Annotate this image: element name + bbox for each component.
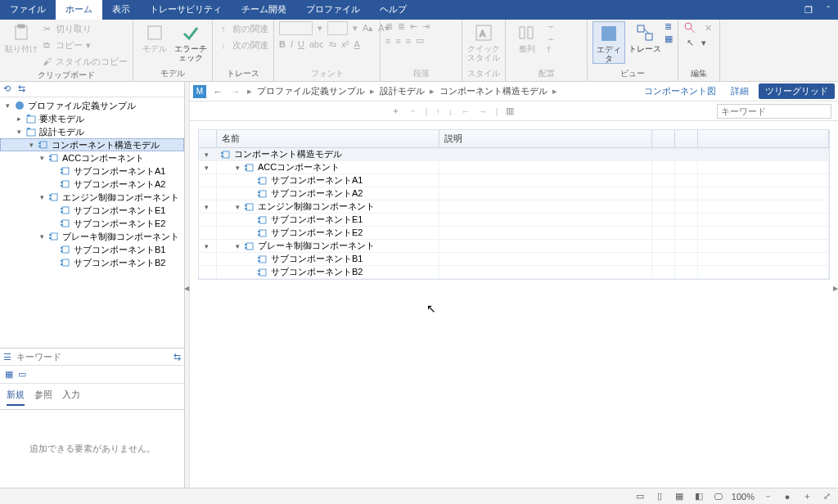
zoom-reset-icon[interactable]: ● — [781, 490, 794, 503]
menu-tab-team[interactable]: チーム開発 — [232, 0, 296, 20]
bold-icon[interactable]: B — [279, 39, 286, 49]
menu-tab-home[interactable]: ホーム — [56, 0, 102, 20]
align-bottom-icon[interactable]: ⫯ — [547, 44, 556, 54]
crumb-0[interactable]: プロファイル定義サンプル — [257, 85, 365, 97]
toggle-icon[interactable]: ▾ — [202, 150, 211, 159]
toggle-icon[interactable] — [246, 189, 255, 198]
toggle-icon[interactable]: ▾ — [27, 141, 36, 150]
toggle-icon[interactable] — [246, 228, 255, 237]
align-left-icon[interactable]: ≡ — [385, 36, 390, 46]
trace-view-button[interactable]: トレース — [628, 21, 661, 53]
toggle-icon[interactable]: ▾ — [38, 232, 47, 241]
toggle-icon[interactable] — [49, 206, 58, 215]
tree-node[interactable]: サブコンポーネントA1 — [0, 164, 184, 178]
menu-tab-profile[interactable]: プロファイル — [296, 0, 370, 20]
toggle-icon[interactable]: ▾ — [202, 202, 211, 211]
toggle-icon[interactable] — [246, 215, 255, 224]
toggle-icon[interactable]: ▾ — [38, 154, 47, 163]
tree-node[interactable]: サブコンポーネントB1 — [0, 243, 184, 256]
underline-icon[interactable]: U — [298, 39, 304, 49]
right-collapse-handle[interactable]: ▶ — [833, 285, 838, 292]
lower-tab-input[interactable]: 入力 — [62, 389, 80, 406]
toggle-icon[interactable] — [202, 215, 211, 224]
lower-tool-2-icon[interactable]: ▭ — [18, 369, 26, 380]
error-check-button[interactable]: エラーチェック — [174, 21, 207, 62]
grid-row[interactable]: ▾▾ブレーキ制御コンポーネント — [199, 240, 829, 253]
window-restore-icon[interactable]: ❐ — [799, 0, 818, 20]
strike-icon[interactable]: abc — [309, 39, 324, 49]
sb-layout2-icon[interactable]: ▯ — [653, 490, 666, 503]
toggle-icon[interactable] — [49, 245, 58, 254]
tree-node[interactable]: ▾設計モデル — [0, 125, 184, 138]
align-top-icon[interactable]: ⫟ — [547, 21, 556, 31]
tree-filter-input[interactable] — [15, 350, 170, 363]
grid-row[interactable]: サブコンポーネントB1 — [199, 253, 829, 266]
grid-row[interactable]: サブコンポーネントE2 — [199, 227, 829, 240]
outdent-icon[interactable]: ⇤ — [410, 21, 417, 32]
tree-node[interactable]: サブコンポーネントB2 — [0, 256, 184, 269]
grid-up-icon[interactable]: ↑ — [436, 106, 441, 116]
grid-header-name[interactable]: 名前 — [217, 130, 439, 147]
grid-row[interactable]: ▾▾ACCコンポーネント — [199, 161, 829, 174]
toggle-icon[interactable]: ▾ — [233, 163, 242, 172]
grid-row[interactable]: ▾コンポーネント構造モデル — [199, 148, 829, 161]
toggle-icon[interactable] — [246, 254, 255, 263]
quick-style-button[interactable]: A クイック スタイル — [467, 21, 500, 62]
tree-node[interactable]: サブコンポーネントA2 — [0, 178, 184, 191]
style-copy-button[interactable]: 🖌スタイルのコピー — [41, 54, 128, 69]
lower-tool-1-icon[interactable]: ▦ — [5, 369, 13, 380]
tree-node[interactable]: ▾コンポーネント構造モデル — [0, 138, 184, 151]
view-opt1-icon[interactable]: ≣ — [665, 21, 673, 32]
view-link-component-diagram[interactable]: コンポーネント図 — [639, 85, 721, 97]
toggle-icon[interactable] — [202, 228, 211, 237]
editor-view-button[interactable]: エディタ — [592, 21, 625, 64]
arrange-button[interactable]: 整列 — [511, 21, 543, 53]
grid-keyword-input[interactable] — [717, 104, 831, 119]
italic-icon[interactable]: I — [291, 39, 293, 49]
toggle-icon[interactable] — [202, 254, 211, 263]
tree-grid[interactable]: 名前 説明 ▾コンポーネント構造モデル▾▾ACCコンポーネントサブコンポーネント… — [198, 129, 830, 280]
tree-node[interactable]: ▾エンジン制御コンポーネント — [0, 191, 184, 204]
indent-icon[interactable]: ⇥ — [422, 21, 430, 32]
prev-relation-button[interactable]: ↑前の関連 — [218, 21, 268, 36]
tree-node[interactable]: サブコンポーネントE2 — [0, 217, 184, 230]
sb-layout3-icon[interactable]: ▦ — [673, 490, 686, 503]
menu-tab-file[interactable]: ファイル — [0, 0, 56, 20]
toggle-icon[interactable]: ▾ — [15, 128, 24, 137]
highlight-icon[interactable]: ▭ — [416, 35, 424, 46]
zoom-out-icon[interactable]: － — [761, 490, 774, 503]
view-button-treegrid[interactable]: ツリーグリッド — [759, 83, 835, 99]
find-icon[interactable] — [683, 21, 696, 34]
sb-layout4-icon[interactable]: ◧ — [692, 490, 705, 503]
align-center-icon[interactable]: ≡ — [395, 36, 400, 46]
fullscreen-icon[interactable]: ⤢ — [820, 490, 833, 503]
toggle-icon[interactable] — [202, 268, 211, 277]
model-tree[interactable]: ▾プロファイル定義サンプル▸要求モデル▾設計モデル▾コンポーネント構造モデル▾A… — [0, 97, 184, 348]
copy-button[interactable]: ⧉コピー▾ — [41, 38, 128, 52]
filter-icon[interactable]: ☰ — [3, 352, 11, 362]
toggle-icon[interactable] — [202, 189, 211, 198]
ribbon-collapse-icon[interactable]: ˆ — [818, 0, 838, 20]
sb-monitor-icon[interactable]: 🖵 — [712, 490, 725, 503]
grid-row[interactable]: サブコンポーネントB2 — [199, 266, 829, 279]
tree-tool-expand-icon[interactable]: ⇆ — [18, 83, 29, 95]
grid-header-desc[interactable]: 説明 — [439, 130, 652, 147]
view-opt2-icon[interactable]: ▦ — [665, 34, 673, 44]
grid-columns-icon[interactable]: ▥ — [506, 106, 514, 116]
nav-forward-icon[interactable]: → — [229, 87, 242, 97]
menu-tab-view[interactable]: 表示 — [102, 0, 140, 20]
crumb-2[interactable]: コンポーネント構造モデル — [439, 85, 547, 97]
model-button[interactable]: モデル — [138, 21, 171, 53]
tree-node[interactable]: ▸要求モデル — [0, 112, 184, 125]
grid-down-icon[interactable]: ↓ — [448, 106, 453, 116]
toggle-icon[interactable]: ▾ — [233, 202, 242, 211]
toggle-icon[interactable] — [49, 219, 58, 228]
font-color-icon[interactable]: A — [354, 39, 359, 49]
menu-tab-help[interactable]: ヘルプ — [370, 0, 417, 20]
paste-button[interactable]: 貼り付け — [5, 21, 38, 53]
grid-add-icon[interactable]: ＋ — [391, 105, 400, 117]
toggle-icon[interactable]: ▾ — [3, 101, 12, 110]
align-middle-icon[interactable]: ⫠ — [547, 33, 556, 43]
grid-right-icon[interactable]: → — [479, 106, 488, 116]
sb-layout1-icon[interactable]: ▭ — [633, 490, 647, 503]
